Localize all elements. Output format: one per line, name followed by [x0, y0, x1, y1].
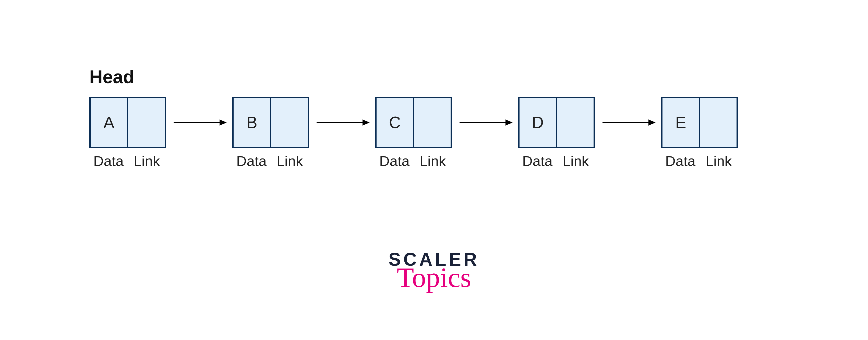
head-label: Head: [89, 66, 134, 87]
data-label: Data: [375, 153, 413, 169]
node-data-cell: D: [518, 97, 557, 148]
link-label: Link: [413, 153, 452, 169]
node-box: A: [89, 97, 166, 148]
node-sublabels: Data Link: [518, 153, 595, 169]
node-sublabels: Data Link: [661, 153, 738, 169]
node-sublabels: Data Link: [89, 153, 166, 169]
link-label: Link: [700, 153, 738, 169]
node-link-cell: [271, 97, 309, 148]
svg-marker-3: [363, 120, 370, 126]
list-node: B Data Link: [232, 97, 309, 169]
node-box: E: [661, 97, 738, 148]
node-data-cell: B: [232, 97, 271, 148]
brand-logo: SCALER Topics: [389, 250, 479, 291]
data-label: Data: [89, 153, 128, 169]
arrow-icon: [595, 97, 661, 148]
node-box: C: [375, 97, 452, 148]
list-node: E Data Link: [661, 97, 738, 169]
node-data-cell: C: [375, 97, 413, 148]
node-box: B: [232, 97, 309, 148]
logo-line2: Topics: [389, 264, 479, 291]
svg-marker-1: [220, 120, 227, 126]
data-label: Data: [232, 153, 271, 169]
svg-marker-5: [505, 120, 513, 126]
node-sublabels: Data Link: [375, 153, 452, 169]
node-link-cell: [557, 97, 595, 148]
node-link-cell: [700, 97, 738, 148]
node-box: D: [518, 97, 595, 148]
svg-marker-7: [648, 120, 656, 126]
arrow-icon: [309, 97, 375, 148]
node-link-cell: [128, 97, 166, 148]
node-link-cell: [413, 97, 452, 148]
diagram-canvas: Head A Data Link B Data Link: [0, 0, 868, 340]
data-label: Data: [661, 153, 700, 169]
link-label: Link: [128, 153, 166, 169]
data-label: Data: [518, 153, 557, 169]
list-node: D Data Link: [518, 97, 595, 169]
arrow-icon: [452, 97, 518, 148]
node-data-cell: A: [89, 97, 128, 148]
node-data-cell: E: [661, 97, 700, 148]
linked-list-row: A Data Link B Data Link: [89, 97, 738, 169]
arrow-icon: [166, 97, 232, 148]
link-label: Link: [271, 153, 309, 169]
node-sublabels: Data Link: [232, 153, 309, 169]
list-node: C Data Link: [375, 97, 452, 169]
link-label: Link: [557, 153, 595, 169]
list-node: A Data Link: [89, 97, 166, 169]
